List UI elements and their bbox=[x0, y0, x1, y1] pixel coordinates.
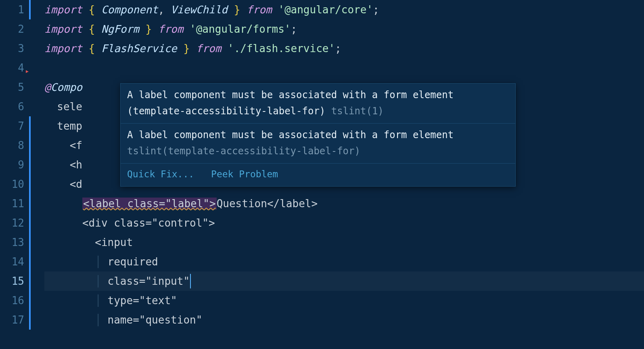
brace: { bbox=[89, 42, 101, 55]
text-cursor bbox=[190, 274, 191, 288]
keyword-import: import bbox=[44, 42, 82, 55]
line-number: 11 bbox=[0, 194, 24, 213]
code-fragment: <h bbox=[70, 159, 82, 171]
code-line-2[interactable]: import { NgForm } from '@angular/forms'; bbox=[44, 19, 644, 39]
line-number: 2 bbox=[0, 19, 24, 39]
line-number: 16 bbox=[0, 291, 24, 310]
string: '@angular/core' bbox=[278, 4, 373, 16]
code-editor[interactable]: ▸ 1 2 3 4 5 6 7 8 9 10 11 12 13 14 15 16… bbox=[0, 0, 644, 349]
keyword-from: from bbox=[196, 42, 222, 55]
keyword-from: from bbox=[158, 23, 184, 35]
peek-problem-link[interactable]: Peek Problem bbox=[211, 169, 278, 179]
label-tag-open: <label class="label"> bbox=[82, 198, 217, 210]
div-tag: <div class="control"> bbox=[82, 217, 215, 229]
hover-actions: Quick Fix... Peek Problem bbox=[121, 164, 515, 186]
identifier: ViewChild bbox=[171, 4, 228, 16]
line-number: 7 bbox=[0, 116, 24, 136]
code-line-15[interactable]: │ class="input" bbox=[44, 271, 644, 291]
code-area[interactable]: import { Component, ViewChild } from '@a… bbox=[31, 0, 644, 349]
hover-message-2: A label component must be associated wit… bbox=[121, 124, 515, 164]
keyword-import: import bbox=[44, 4, 82, 16]
hover-rule: tslint(template-accessibility-label-for) bbox=[127, 145, 360, 157]
identifier: Component bbox=[101, 4, 158, 16]
line-number: 1 bbox=[0, 0, 24, 19]
semicolon: ; bbox=[335, 42, 341, 55]
attr-class: class="input" bbox=[108, 275, 190, 287]
hover-text: A label component must be associated wit… bbox=[127, 89, 454, 117]
separator: , bbox=[158, 4, 171, 16]
decorator-at: @ bbox=[44, 81, 51, 93]
code-fragment: <d bbox=[70, 178, 82, 190]
hover-rule: tslint(1) bbox=[331, 105, 384, 117]
code-line-4[interactable] bbox=[44, 58, 644, 78]
line-number: 10 bbox=[0, 174, 24, 194]
attr-name: name="question" bbox=[108, 314, 203, 326]
semicolon: ; bbox=[291, 23, 297, 35]
change-indicator bbox=[29, 0, 31, 19]
line-number: 4 bbox=[0, 58, 24, 78]
identifier: NgForm bbox=[101, 23, 139, 35]
line-number: 14 bbox=[0, 252, 24, 271]
code-line-14[interactable]: │ required bbox=[44, 252, 644, 271]
change-indicator bbox=[29, 116, 31, 330]
line-number: 5 bbox=[0, 78, 24, 97]
attr-type: type="text" bbox=[108, 294, 177, 307]
label-tag-close: </label> bbox=[267, 198, 318, 210]
code-line-12[interactable]: <div class="control"> bbox=[44, 213, 644, 233]
string: './flash.service' bbox=[228, 42, 335, 55]
problem-hover-tooltip: A label component must be associated wit… bbox=[120, 83, 516, 187]
hover-message-1: A label component must be associated wit… bbox=[121, 84, 515, 124]
attr-required: required bbox=[108, 256, 158, 268]
line-number: 17 bbox=[0, 310, 24, 330]
brace: } bbox=[177, 42, 190, 55]
quick-fix-link[interactable]: Quick Fix... bbox=[127, 169, 194, 179]
keyword-from: from bbox=[247, 4, 272, 16]
line-number: 12 bbox=[0, 213, 24, 233]
keyword-import: import bbox=[44, 23, 82, 35]
code-line-16[interactable]: │ type="text" bbox=[44, 291, 644, 310]
line-number: 8 bbox=[0, 136, 24, 155]
code-line-13[interactable]: <input bbox=[44, 233, 644, 252]
code-fragment: temp bbox=[57, 120, 82, 132]
fold-marker-icon[interactable]: ▸ bbox=[25, 61, 29, 81]
brace: { bbox=[89, 4, 101, 16]
line-number: 13 bbox=[0, 233, 24, 252]
brace: { bbox=[89, 23, 101, 35]
code-fragment: sele bbox=[57, 101, 82, 113]
string: '@angular/forms' bbox=[190, 23, 291, 35]
line-number: 6 bbox=[0, 97, 24, 116]
line-number: 15 bbox=[0, 271, 24, 291]
brace: } bbox=[139, 23, 152, 35]
hover-text: A label component must be associated wit… bbox=[127, 129, 454, 141]
line-number: 3 bbox=[0, 39, 24, 58]
input-tag: <input bbox=[95, 236, 133, 248]
code-fragment: <f bbox=[70, 139, 82, 151]
code-line-1[interactable]: import { Component, ViewChild } from '@a… bbox=[44, 0, 644, 19]
identifier: FlashService bbox=[101, 42, 177, 55]
decorator-name: Compo bbox=[51, 81, 82, 93]
line-number: 9 bbox=[0, 155, 24, 174]
code-line-17[interactable]: │ name="question" bbox=[44, 310, 644, 330]
code-line-3[interactable]: import { FlashService } from './flash.se… bbox=[44, 39, 644, 58]
semicolon: ; bbox=[373, 4, 379, 16]
label-text: Question bbox=[217, 198, 267, 210]
line-gutter: ▸ 1 2 3 4 5 6 7 8 9 10 11 12 13 14 15 16… bbox=[0, 0, 31, 349]
brace: } bbox=[228, 4, 240, 16]
code-line-11[interactable]: <label class="label">Question</label> bbox=[44, 194, 644, 213]
